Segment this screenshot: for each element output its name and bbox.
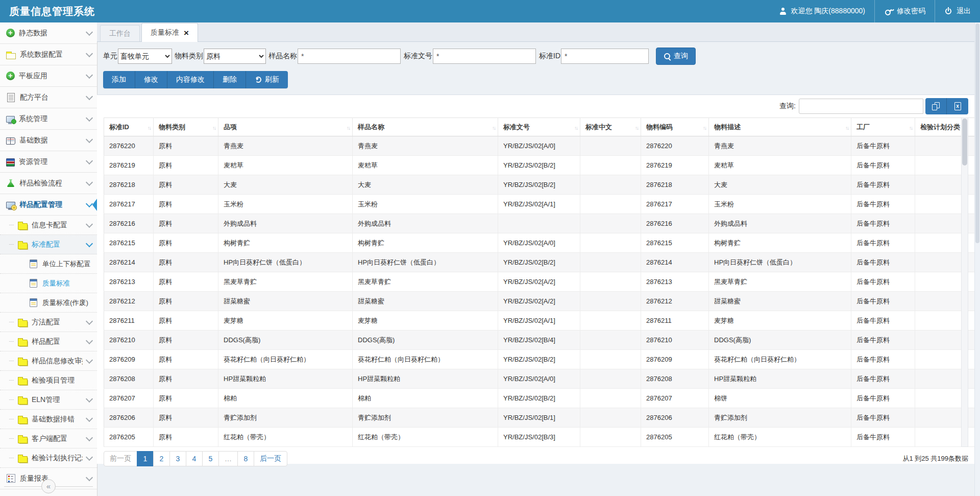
page-scrollbar-thumb[interactable]	[975, 23, 979, 243]
table-scrollbar[interactable]	[961, 117, 968, 447]
unit-select[interactable]: 畜牧单元	[118, 49, 172, 64]
sidebar-item[interactable]: 方法配置	[0, 313, 97, 332]
doc-no-input[interactable]	[433, 49, 536, 64]
table-row[interactable]: 2876217原料玉米粉玉米粉YR/BZ/JS/02[A/1]2876217玉米…	[104, 195, 980, 214]
column-header[interactable]: 标准文号	[498, 118, 580, 136]
tab-close-icon[interactable]	[184, 29, 189, 37]
logout-button[interactable]: 退出	[935, 0, 980, 22]
table-row[interactable]: 2876212原料甜菜糖蜜甜菜糖蜜YR/BZ/JS/02[A/2]2876212…	[104, 292, 980, 311]
standard-id-input[interactable]	[561, 49, 649, 64]
sidebar-collapse-button[interactable]	[41, 479, 56, 493]
toolbar-button[interactable]: 刷新	[246, 71, 288, 88]
folder-open-icon	[6, 53, 16, 59]
sidebar-item[interactable]: 配方平台	[0, 87, 97, 108]
toolbar-button[interactable]: 删除	[214, 71, 246, 88]
table-cell: YR/BZ/JS/02[B/2]	[498, 156, 580, 175]
column-header[interactable]: 物料类别	[154, 118, 218, 136]
folder-icon	[18, 320, 28, 327]
table-cell	[915, 253, 980, 272]
sidebar-item[interactable]: 平板应用	[0, 65, 97, 87]
grid-search-input[interactable]	[799, 99, 923, 114]
page-button[interactable]: 5	[202, 451, 219, 466]
column-header[interactable]: 物料描述	[709, 118, 851, 136]
page-scrollbar[interactable]	[974, 22, 980, 496]
table-row[interactable]: 2876205原料红花粕（带壳）红花粕（带壳）YR/BZ/JS/02[B/3]2…	[104, 428, 980, 447]
table-row[interactable]: 2876220原料青燕麦青燕麦YR/BZ/JS/02[A/0]2876220青燕…	[104, 136, 980, 156]
tab-active[interactable]: 质量标准	[141, 23, 198, 42]
page-button[interactable]: 8	[237, 451, 254, 466]
column-header[interactable]: 物料编码	[641, 118, 709, 136]
sidebar-item-label: 平板应用	[19, 72, 47, 81]
table-cell	[580, 233, 641, 253]
query-button[interactable]: 查询	[656, 48, 696, 65]
change-password-button[interactable]: 修改密码	[874, 0, 935, 22]
page-button[interactable]: 3	[169, 451, 186, 466]
table-row[interactable]: 2876219原料麦秸草麦秸草YR/BZ/JS/02[B/2]2876219麦秸…	[104, 156, 980, 175]
table-cell: YR/BZ/JS/02[A/2]	[498, 272, 580, 292]
sidebar-item[interactable]: ELN管理	[0, 390, 97, 410]
table-row[interactable]: 2876214原料HP向日葵籽仁饼（低蛋白）HP向日葵籽仁饼（低蛋白）YR/BZ…	[104, 253, 980, 272]
sidebar-menu: 静态数据系统数据配置平板应用配方平台系统管理基础数据资源管理样品检验流程样品配置…	[0, 22, 97, 489]
table-row[interactable]: 2876208原料HP甜菜颗粒粕HP甜菜颗粒粕YR/BZ/JS/02[A/0]2…	[104, 369, 980, 389]
sample-name-input[interactable]	[298, 49, 401, 64]
sidebar-item[interactable]: 质量标准	[0, 274, 97, 293]
column-header[interactable]: 样品名称	[353, 118, 498, 136]
table-row[interactable]: 2876213原料黑麦草青贮黑麦草青贮YR/BZ/JS/02[A/2]28762…	[104, 272, 980, 292]
toolbar-button[interactable]: 添加	[103, 71, 135, 88]
material-type-select[interactable]: 原料	[204, 49, 266, 64]
sidebar-item[interactable]: 样品信息修改审批	[0, 351, 97, 371]
copy-export-button[interactable]	[925, 98, 947, 114]
welcome-user[interactable]: 欢迎您 陶庆(88880000)	[770, 0, 874, 22]
sidebar-item[interactable]: 质量标准(作废)	[0, 293, 97, 313]
table-row[interactable]: 2876209原料葵花籽仁粕（向日葵籽仁粕）葵花籽仁粕（向日葵籽仁粕）YR/BZ…	[104, 350, 980, 369]
table-row[interactable]: 2876211原料麦芽糖麦芽糖YR/BZ/JS/02[A/1]2876211麦芽…	[104, 311, 980, 330]
query-button-label: 查询	[674, 52, 688, 61]
column-header-label: 物料编码	[646, 123, 673, 131]
table-row[interactable]: 2876216原料外购成品料外购成品料2876216外购成品料后备牛原料3	[104, 214, 980, 233]
table-row[interactable]: 2876218原料大麦大麦YR/BZ/JS/02[B/2]2876218大麦后备…	[104, 175, 980, 195]
toolbar-button[interactable]: 修改	[135, 71, 167, 88]
page-button[interactable]: 2	[153, 451, 170, 466]
sidebar-item[interactable]: 系统数据配置	[0, 44, 97, 65]
sidebar-item[interactable]: 基础数据	[0, 130, 97, 151]
table-cell: 2876209	[104, 350, 154, 369]
table-row[interactable]: 2876207原料棉粕棉粕YR/BZ/JS/02[B/2]2876207棉饼后备…	[104, 389, 980, 408]
page-button[interactable]: 1	[137, 451, 154, 466]
table-row[interactable]: 2876215原料构树青贮构树青贮YR/BZ/JS/02[A/0]2876215…	[104, 233, 980, 253]
sidebar-item[interactable]: 样品检验流程	[0, 173, 97, 194]
column-header[interactable]: 标准ID	[104, 118, 154, 136]
excel-export-button[interactable]	[947, 98, 968, 114]
table-row[interactable]: 2876206原料青贮添加剂青贮添加剂YR/BZ/JS/02[B/1]28762…	[104, 408, 980, 428]
column-header[interactable]: 工厂	[851, 118, 915, 136]
sidebar-item[interactable]: 基础数据排错	[0, 410, 97, 429]
table-row[interactable]: 2876210原料DDGS(高脂)DDGS(高脂)YR/BZ/JS/02[B/4…	[104, 330, 980, 350]
sidebar-item[interactable]: 检验计划执行记录	[0, 448, 97, 468]
sidebar-item[interactable]: 信息卡配置	[0, 216, 97, 235]
sidebar-item[interactable]: 单位上下标配置	[0, 254, 97, 274]
table-scrollbar-thumb[interactable]	[962, 119, 967, 166]
table-cell: 2876212	[641, 292, 709, 311]
sidebar-item[interactable]: 系统管理	[0, 108, 97, 130]
column-header[interactable]: 品项	[218, 118, 353, 136]
column-header[interactable]: 标准中文	[580, 118, 641, 136]
prev-page-button[interactable]: 前一页	[104, 451, 137, 466]
table-cell: 2876209	[641, 350, 709, 369]
toolbar-button[interactable]: 内容修改	[167, 71, 214, 88]
table-cell: 构树青贮	[218, 233, 353, 253]
column-header[interactable]: 检验计划分类	[915, 118, 980, 136]
next-page-button[interactable]: 后一页	[254, 451, 287, 466]
tab-inactive[interactable]: 工作台	[100, 25, 140, 41]
table-cell: YR/BZ/JS/02[A/0]	[498, 233, 580, 253]
sort-icon	[635, 123, 638, 131]
sidebar-item[interactable]: 客户端配置	[0, 429, 97, 448]
sidebar-item[interactable]: 静态数据	[0, 22, 97, 44]
table-cell: HP向日葵籽仁饼（低蛋白）	[353, 253, 498, 272]
toolbar-button-label: 刷新	[265, 75, 279, 84]
sidebar-item[interactable]: 资源管理	[0, 151, 97, 173]
page-button[interactable]: 4	[186, 451, 203, 466]
sidebar-item[interactable]: 样品配置管理	[0, 194, 97, 216]
sidebar-item[interactable]: 检验项目管理	[0, 371, 97, 390]
sidebar-item[interactable]: 样品配置	[0, 332, 97, 351]
sidebar-item[interactable]: 标准配置	[0, 235, 97, 254]
table-cell: DDGS(高脂)	[218, 330, 353, 350]
